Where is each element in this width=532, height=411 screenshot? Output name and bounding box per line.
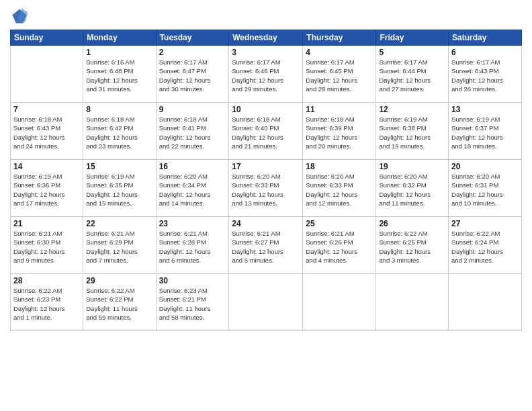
days-header-row: Sunday Monday Tuesday Wednesday Thursday…: [11, 30, 522, 46]
day-info: Sunrise: 6:19 AM Sunset: 6:38 PM Dayligh…: [379, 115, 445, 150]
day-number: 27: [451, 219, 519, 228]
day-info: Sunrise: 6:17 AM Sunset: 6:47 PM Dayligh…: [159, 58, 226, 93]
calendar-cell: 29Sunrise: 6:22 AM Sunset: 6:22 PM Dayli…: [83, 274, 156, 331]
day-number: 20: [451, 162, 519, 171]
day-number: 23: [159, 219, 226, 228]
calendar-cell: 11Sunrise: 6:18 AM Sunset: 6:39 PM Dayli…: [303, 103, 376, 160]
calendar-cell: 16Sunrise: 6:20 AM Sunset: 6:34 PM Dayli…: [156, 160, 229, 217]
day-number: 3: [232, 48, 300, 57]
week-row-2: 14Sunrise: 6:19 AM Sunset: 6:36 PM Dayli…: [11, 160, 522, 217]
calendar-cell: [376, 274, 449, 331]
day-number: 21: [13, 219, 80, 228]
calendar-cell: 20Sunrise: 6:20 AM Sunset: 6:31 PM Dayli…: [449, 160, 522, 217]
calendar-cell: 15Sunrise: 6:19 AM Sunset: 6:35 PM Dayli…: [83, 160, 156, 217]
calendar-cell: 17Sunrise: 6:20 AM Sunset: 6:33 PM Dayli…: [229, 160, 303, 217]
calendar-cell: [11, 46, 83, 103]
day-info: Sunrise: 6:21 AM Sunset: 6:28 PM Dayligh…: [159, 229, 226, 265]
logo: [10, 7, 32, 26]
calendar-cell: 27Sunrise: 6:22 AM Sunset: 6:24 PM Dayli…: [449, 217, 522, 274]
day-number: 17: [232, 162, 300, 171]
day-number: 8: [86, 105, 152, 114]
calendar-cell: 1Sunrise: 6:16 AM Sunset: 6:48 PM Daylig…: [83, 46, 156, 103]
day-info: Sunrise: 6:18 AM Sunset: 6:39 PM Dayligh…: [306, 115, 373, 150]
week-row-0: 1Sunrise: 6:16 AM Sunset: 6:48 PM Daylig…: [11, 46, 522, 103]
week-row-1: 7Sunrise: 6:18 AM Sunset: 6:43 PM Daylig…: [11, 103, 522, 160]
header-monday: Monday: [83, 30, 156, 46]
day-info: Sunrise: 6:20 AM Sunset: 6:33 PM Dayligh…: [232, 172, 300, 208]
day-number: 7: [13, 105, 80, 114]
day-info: Sunrise: 6:18 AM Sunset: 6:41 PM Dayligh…: [159, 115, 226, 150]
day-number: 18: [306, 162, 373, 171]
day-number: 9: [159, 105, 226, 114]
day-number: 14: [13, 162, 80, 171]
calendar-cell: 5Sunrise: 6:17 AM Sunset: 6:44 PM Daylig…: [376, 46, 449, 103]
header: [10, 7, 522, 26]
header-wednesday: Wednesday: [229, 30, 303, 46]
calendar-table: Sunday Monday Tuesday Wednesday Thursday…: [10, 30, 522, 331]
calendar-cell: 24Sunrise: 6:21 AM Sunset: 6:27 PM Dayli…: [229, 217, 303, 274]
day-number: 22: [86, 219, 152, 228]
day-number: 10: [232, 105, 300, 114]
calendar-cell: [303, 274, 376, 331]
calendar-cell: 14Sunrise: 6:19 AM Sunset: 6:36 PM Dayli…: [11, 160, 83, 217]
calendar-cell: [229, 274, 303, 331]
day-number: 19: [379, 162, 445, 171]
day-info: Sunrise: 6:20 AM Sunset: 6:31 PM Dayligh…: [451, 172, 519, 208]
calendar-cell: 22Sunrise: 6:21 AM Sunset: 6:29 PM Dayli…: [83, 217, 156, 274]
day-number: 4: [306, 48, 373, 57]
calendar-cell: 19Sunrise: 6:20 AM Sunset: 6:32 PM Dayli…: [376, 160, 449, 217]
day-info: Sunrise: 6:21 AM Sunset: 6:27 PM Dayligh…: [232, 229, 300, 265]
calendar-cell: 18Sunrise: 6:20 AM Sunset: 6:33 PM Dayli…: [303, 160, 376, 217]
day-number: 29: [86, 276, 152, 285]
header-sunday: Sunday: [11, 30, 83, 46]
day-number: 16: [159, 162, 226, 171]
day-number: 1: [86, 48, 152, 57]
header-thursday: Thursday: [303, 30, 376, 46]
calendar-cell: 12Sunrise: 6:19 AM Sunset: 6:38 PM Dayli…: [376, 103, 449, 160]
day-info: Sunrise: 6:17 AM Sunset: 6:46 PM Dayligh…: [232, 58, 300, 93]
day-number: 11: [306, 105, 373, 114]
day-info: Sunrise: 6:17 AM Sunset: 6:45 PM Dayligh…: [306, 58, 373, 93]
day-number: 15: [86, 162, 152, 171]
calendar-cell: 13Sunrise: 6:19 AM Sunset: 6:37 PM Dayli…: [449, 103, 522, 160]
header-friday: Friday: [376, 30, 449, 46]
day-info: Sunrise: 6:17 AM Sunset: 6:43 PM Dayligh…: [451, 58, 519, 93]
day-info: Sunrise: 6:19 AM Sunset: 6:36 PM Dayligh…: [13, 172, 80, 208]
day-info: Sunrise: 6:20 AM Sunset: 6:34 PM Dayligh…: [159, 172, 226, 208]
header-saturday: Saturday: [449, 30, 522, 46]
calendar-cell: 23Sunrise: 6:21 AM Sunset: 6:28 PM Dayli…: [156, 217, 229, 274]
header-tuesday: Tuesday: [156, 30, 229, 46]
day-info: Sunrise: 6:21 AM Sunset: 6:29 PM Dayligh…: [86, 229, 152, 265]
day-info: Sunrise: 6:17 AM Sunset: 6:44 PM Dayligh…: [379, 58, 445, 93]
calendar-cell: 2Sunrise: 6:17 AM Sunset: 6:47 PM Daylig…: [156, 46, 229, 103]
calendar-body: 1Sunrise: 6:16 AM Sunset: 6:48 PM Daylig…: [11, 46, 522, 331]
day-info: Sunrise: 6:20 AM Sunset: 6:32 PM Dayligh…: [379, 172, 445, 208]
day-number: 26: [379, 219, 445, 228]
calendar-cell: 10Sunrise: 6:18 AM Sunset: 6:40 PM Dayli…: [229, 103, 303, 160]
day-info: Sunrise: 6:19 AM Sunset: 6:37 PM Dayligh…: [451, 115, 519, 150]
day-info: Sunrise: 6:23 AM Sunset: 6:21 PM Dayligh…: [159, 286, 226, 322]
calendar-cell: 4Sunrise: 6:17 AM Sunset: 6:45 PM Daylig…: [303, 46, 376, 103]
day-number: 2: [159, 48, 226, 57]
day-info: Sunrise: 6:16 AM Sunset: 6:48 PM Dayligh…: [86, 58, 152, 93]
day-number: 30: [159, 276, 226, 285]
day-info: Sunrise: 6:22 AM Sunset: 6:22 PM Dayligh…: [86, 286, 152, 322]
day-number: 6: [451, 48, 519, 57]
day-info: Sunrise: 6:18 AM Sunset: 6:40 PM Dayligh…: [232, 115, 300, 150]
calendar-cell: 6Sunrise: 6:17 AM Sunset: 6:43 PM Daylig…: [449, 46, 522, 103]
day-number: 28: [13, 276, 80, 285]
day-number: 12: [379, 105, 445, 114]
calendar-cell: 3Sunrise: 6:17 AM Sunset: 6:46 PM Daylig…: [229, 46, 303, 103]
week-row-4: 28Sunrise: 6:22 AM Sunset: 6:23 PM Dayli…: [11, 274, 522, 331]
day-info: Sunrise: 6:20 AM Sunset: 6:33 PM Dayligh…: [306, 172, 373, 208]
logo-icon: [10, 7, 29, 26]
day-info: Sunrise: 6:22 AM Sunset: 6:24 PM Dayligh…: [451, 229, 519, 265]
calendar-cell: 21Sunrise: 6:21 AM Sunset: 6:30 PM Dayli…: [11, 217, 83, 274]
day-info: Sunrise: 6:21 AM Sunset: 6:30 PM Dayligh…: [13, 229, 80, 265]
day-info: Sunrise: 6:18 AM Sunset: 6:43 PM Dayligh…: [13, 115, 80, 150]
day-info: Sunrise: 6:18 AM Sunset: 6:42 PM Dayligh…: [86, 115, 152, 150]
day-number: 13: [451, 105, 519, 114]
page: Sunday Monday Tuesday Wednesday Thursday…: [0, 0, 532, 411]
calendar-cell: [449, 274, 522, 331]
day-number: 5: [379, 48, 445, 57]
